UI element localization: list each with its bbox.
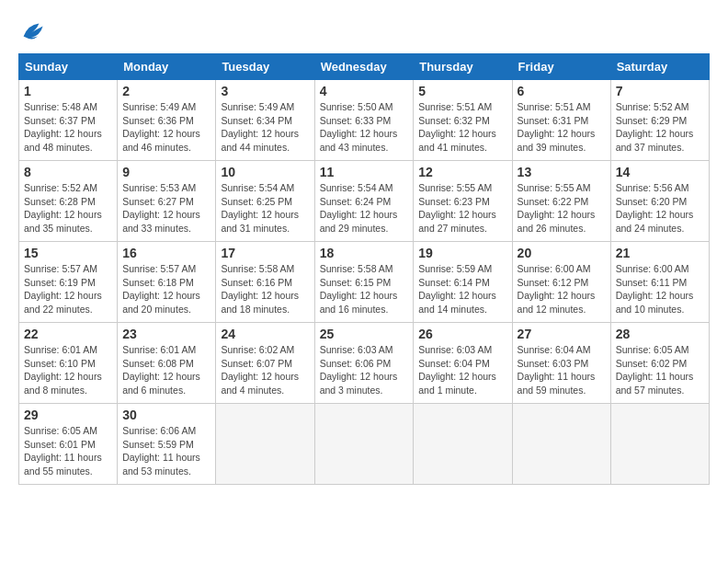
calendar-cell: 5Sunrise: 5:51 AM Sunset: 6:32 PM Daylig… <box>414 80 512 161</box>
calendar-cell: 16Sunrise: 5:57 AM Sunset: 6:18 PM Dayli… <box>118 242 216 323</box>
day-number: 23 <box>122 327 210 341</box>
page-header <box>18 18 710 44</box>
day-header-tuesday: Tuesday <box>216 54 314 80</box>
day-number: 12 <box>418 165 506 179</box>
day-info: Sunrise: 5:52 AM Sunset: 6:28 PM Dayligh… <box>24 181 112 236</box>
calendar-cell: 27Sunrise: 6:04 AM Sunset: 6:03 PM Dayli… <box>512 323 610 404</box>
calendar-cell: 29Sunrise: 6:05 AM Sunset: 6:01 PM Dayli… <box>19 404 118 485</box>
day-number: 16 <box>122 246 210 260</box>
calendar-cell: 12Sunrise: 5:55 AM Sunset: 6:23 PM Dayli… <box>414 161 512 242</box>
week-row-3: 15Sunrise: 5:57 AM Sunset: 6:19 PM Dayli… <box>19 242 710 323</box>
calendar-cell <box>216 404 314 485</box>
day-header-sunday: Sunday <box>19 54 118 80</box>
day-info: Sunrise: 6:01 AM Sunset: 6:08 PM Dayligh… <box>122 343 210 397</box>
calendar-cell: 14Sunrise: 5:56 AM Sunset: 6:20 PM Dayli… <box>610 161 709 242</box>
calendar-cell: 4Sunrise: 5:50 AM Sunset: 6:33 PM Daylig… <box>314 80 414 161</box>
day-number: 20 <box>518 246 606 260</box>
calendar-cell <box>314 404 414 485</box>
calendar-cell: 20Sunrise: 6:00 AM Sunset: 6:12 PM Dayli… <box>512 242 610 323</box>
day-info: Sunrise: 5:50 AM Sunset: 6:33 PM Dayligh… <box>320 100 409 155</box>
day-info: Sunrise: 5:51 AM Sunset: 6:31 PM Dayligh… <box>518 100 606 155</box>
day-info: Sunrise: 5:57 AM Sunset: 6:18 PM Dayligh… <box>122 262 210 316</box>
calendar-cell: 25Sunrise: 6:03 AM Sunset: 6:06 PM Dayli… <box>314 323 414 404</box>
day-info: Sunrise: 5:49 AM Sunset: 6:34 PM Dayligh… <box>221 100 309 155</box>
day-number: 24 <box>221 327 309 341</box>
day-number: 25 <box>320 327 409 341</box>
day-number: 22 <box>24 327 112 341</box>
calendar-cell: 15Sunrise: 5:57 AM Sunset: 6:19 PM Dayli… <box>19 242 118 323</box>
day-info: Sunrise: 5:58 AM Sunset: 6:15 PM Dayligh… <box>320 262 409 316</box>
calendar-cell: 3Sunrise: 5:49 AM Sunset: 6:34 PM Daylig… <box>216 80 314 161</box>
calendar-header-row: SundayMondayTuesdayWednesdayThursdayFrid… <box>19 54 710 80</box>
day-header-wednesday: Wednesday <box>314 54 414 80</box>
day-number: 1 <box>24 84 112 98</box>
calendar-cell: 9Sunrise: 5:53 AM Sunset: 6:27 PM Daylig… <box>118 161 216 242</box>
calendar-cell: 2Sunrise: 5:49 AM Sunset: 6:36 PM Daylig… <box>118 80 216 161</box>
day-info: Sunrise: 5:59 AM Sunset: 6:14 PM Dayligh… <box>418 262 506 316</box>
calendar-cell: 10Sunrise: 5:54 AM Sunset: 6:25 PM Dayli… <box>216 161 314 242</box>
day-info: Sunrise: 5:54 AM Sunset: 6:24 PM Dayligh… <box>320 181 409 236</box>
day-number: 9 <box>122 165 210 179</box>
week-row-5: 29Sunrise: 6:05 AM Sunset: 6:01 PM Dayli… <box>19 404 710 485</box>
calendar-cell: 18Sunrise: 5:58 AM Sunset: 6:15 PM Dayli… <box>314 242 414 323</box>
day-info: Sunrise: 5:51 AM Sunset: 6:32 PM Dayligh… <box>418 100 506 155</box>
calendar-cell: 22Sunrise: 6:01 AM Sunset: 6:10 PM Dayli… <box>19 323 118 404</box>
day-info: Sunrise: 5:56 AM Sunset: 6:20 PM Dayligh… <box>616 181 704 236</box>
day-info: Sunrise: 6:04 AM Sunset: 6:03 PM Dayligh… <box>518 343 606 397</box>
calendar-cell: 11Sunrise: 5:54 AM Sunset: 6:24 PM Dayli… <box>314 161 414 242</box>
logo-icon <box>18 18 44 44</box>
day-number: 5 <box>418 84 506 98</box>
calendar-cell: 26Sunrise: 6:03 AM Sunset: 6:04 PM Dayli… <box>414 323 512 404</box>
calendar-cell <box>414 404 512 485</box>
calendar-cell <box>610 404 709 485</box>
logo <box>18 18 48 44</box>
day-number: 4 <box>320 84 409 98</box>
day-info: Sunrise: 6:00 AM Sunset: 6:12 PM Dayligh… <box>518 262 606 316</box>
calendar-cell: 28Sunrise: 6:05 AM Sunset: 6:02 PM Dayli… <box>610 323 709 404</box>
day-number: 19 <box>418 246 506 260</box>
day-number: 11 <box>320 165 409 179</box>
day-info: Sunrise: 6:03 AM Sunset: 6:06 PM Dayligh… <box>320 343 409 397</box>
week-row-4: 22Sunrise: 6:01 AM Sunset: 6:10 PM Dayli… <box>19 323 710 404</box>
day-info: Sunrise: 5:53 AM Sunset: 6:27 PM Dayligh… <box>122 181 210 236</box>
calendar-table: SundayMondayTuesdayWednesdayThursdayFrid… <box>18 53 710 485</box>
day-number: 2 <box>122 84 210 98</box>
day-number: 8 <box>24 165 112 179</box>
day-info: Sunrise: 6:02 AM Sunset: 6:07 PM Dayligh… <box>221 343 309 397</box>
day-header-saturday: Saturday <box>610 54 709 80</box>
day-number: 7 <box>616 84 704 98</box>
day-info: Sunrise: 5:55 AM Sunset: 6:23 PM Dayligh… <box>418 181 506 236</box>
day-info: Sunrise: 6:05 AM Sunset: 6:01 PM Dayligh… <box>24 424 112 478</box>
day-info: Sunrise: 5:57 AM Sunset: 6:19 PM Dayligh… <box>24 262 112 316</box>
day-info: Sunrise: 5:58 AM Sunset: 6:16 PM Dayligh… <box>221 262 309 316</box>
day-number: 18 <box>320 246 409 260</box>
calendar-cell: 1Sunrise: 5:48 AM Sunset: 6:37 PM Daylig… <box>19 80 118 161</box>
calendar-cell: 24Sunrise: 6:02 AM Sunset: 6:07 PM Dayli… <box>216 323 314 404</box>
day-number: 26 <box>418 327 506 341</box>
calendar-cell: 8Sunrise: 5:52 AM Sunset: 6:28 PM Daylig… <box>19 161 118 242</box>
day-number: 14 <box>616 165 704 179</box>
calendar-cell: 21Sunrise: 6:00 AM Sunset: 6:11 PM Dayli… <box>610 242 709 323</box>
day-info: Sunrise: 5:48 AM Sunset: 6:37 PM Dayligh… <box>24 100 112 155</box>
day-header-friday: Friday <box>512 54 610 80</box>
day-number: 6 <box>518 84 606 98</box>
day-info: Sunrise: 6:00 AM Sunset: 6:11 PM Dayligh… <box>616 262 704 316</box>
day-info: Sunrise: 5:55 AM Sunset: 6:22 PM Dayligh… <box>518 181 606 236</box>
day-number: 13 <box>518 165 606 179</box>
calendar-cell: 30Sunrise: 6:06 AM Sunset: 5:59 PM Dayli… <box>118 404 216 485</box>
day-number: 28 <box>616 327 704 341</box>
day-info: Sunrise: 6:06 AM Sunset: 5:59 PM Dayligh… <box>122 424 210 478</box>
calendar-cell: 17Sunrise: 5:58 AM Sunset: 6:16 PM Dayli… <box>216 242 314 323</box>
day-info: Sunrise: 6:01 AM Sunset: 6:10 PM Dayligh… <box>24 343 112 397</box>
day-number: 10 <box>221 165 309 179</box>
day-info: Sunrise: 5:54 AM Sunset: 6:25 PM Dayligh… <box>221 181 309 236</box>
week-row-1: 1Sunrise: 5:48 AM Sunset: 6:37 PM Daylig… <box>19 80 710 161</box>
calendar-cell: 19Sunrise: 5:59 AM Sunset: 6:14 PM Dayli… <box>414 242 512 323</box>
day-number: 30 <box>122 408 210 422</box>
day-number: 21 <box>616 246 704 260</box>
day-number: 27 <box>518 327 606 341</box>
day-info: Sunrise: 6:03 AM Sunset: 6:04 PM Dayligh… <box>418 343 506 397</box>
calendar-cell: 7Sunrise: 5:52 AM Sunset: 6:29 PM Daylig… <box>610 80 709 161</box>
day-header-thursday: Thursday <box>414 54 512 80</box>
day-info: Sunrise: 5:52 AM Sunset: 6:29 PM Dayligh… <box>616 100 704 155</box>
